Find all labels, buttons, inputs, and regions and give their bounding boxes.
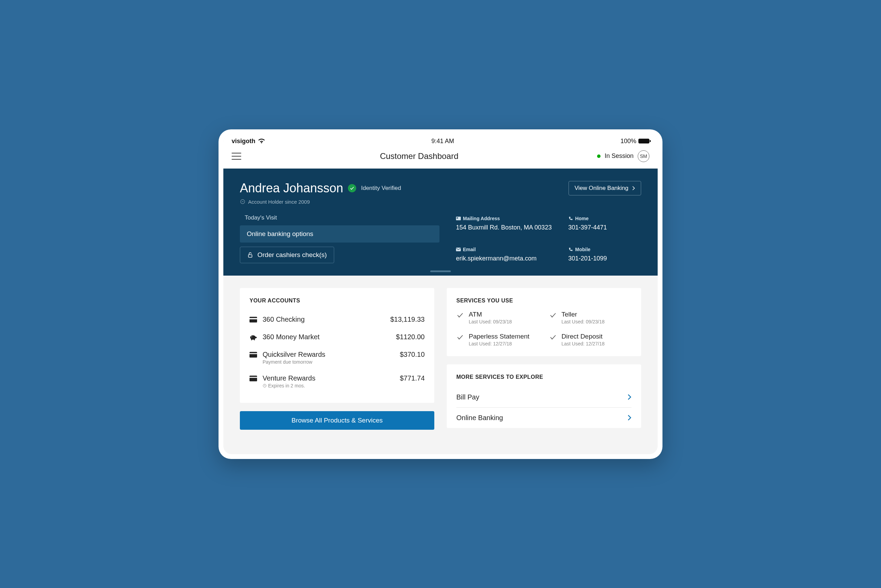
customer-hero: Andrea Johansson Identity Verified Accou… [224,169,657,276]
account-name: Quicksilver Rewards [263,351,395,358]
page-title: Customer Dashboard [380,152,458,161]
avatar[interactable]: SM [638,150,649,162]
explore-name: Online Banking [456,414,503,422]
account-row[interactable]: Venture Rewards Expires in 2 mos. $771.7… [249,369,425,393]
service-name: Teller [561,310,605,318]
contact-home: Home 301-397-4471 [568,216,641,236]
battery-icon [638,139,649,144]
svg-point-9 [251,336,252,337]
account-balance: $771.74 [400,374,425,382]
check-icon [456,311,464,319]
chevron-right-icon [627,394,632,400]
svg-rect-8 [255,337,257,338]
service-sub: Last Used: 12/27/18 [469,341,529,346]
services-title: SERVICES YOU USE [456,298,632,304]
svg-rect-5 [249,316,257,322]
svg-rect-15 [249,377,257,378]
status-right: 100% [620,138,649,145]
services-card: SERVICES YOU USE ATM Last Used: 09/23/18… [447,288,641,356]
account-name: 360 Checking [263,315,385,323]
mailing-label: Mailing Address [463,216,500,221]
service-item: ATM Last Used: 09/23/18 [456,310,539,324]
battery-pct: 100% [620,138,636,145]
explore-title: MORE SERVICES TO EXPLORE [456,374,632,380]
left-column: YOUR ACCOUNTS 360 Checking $13,119.33 36… [240,288,434,442]
checking-icon [249,316,257,323]
menu-button[interactable] [232,153,241,160]
mobile-label: Mobile [575,247,590,252]
clock-icon [263,384,267,388]
contact-mailing: Mailing Address 154 Buxmill Rd. Boston, … [456,216,558,236]
contact-mobile: Mobile 301-201-1099 [568,247,641,267]
tenure-icon [240,199,245,204]
service-name: Direct Deposit [561,333,605,340]
service-item: Paperless Statement Last Used: 12/27/18 [456,333,539,346]
todays-visit: Today's Visit Online banking options Ord… [240,214,440,267]
svg-rect-6 [249,318,257,319]
accounts-card: YOUR ACCOUNTS 360 Checking $13,119.33 36… [240,288,434,403]
nav-bar: Customer Dashboard In Session SM [224,147,657,169]
tablet-frame: visigoth 9:41 AM 100% Customer Dashboard… [219,129,662,459]
account-balance: $13,119.33 [390,315,425,323]
email-label: Email [463,247,476,252]
account-sub: Expires in 2 mos. [263,383,395,388]
card-icon [456,216,461,220]
wifi-icon [258,139,265,144]
contact-email: Email erik.spiekermann@meta.com [456,247,558,267]
account-name: Venture Rewards [263,374,395,382]
verified-label: Identity Verified [361,185,401,192]
browse-products-button[interactable]: Browse All Products & Services [240,411,434,430]
savings-icon [249,334,257,340]
account-row[interactable]: 360 Money Market $1120.00 [249,328,425,346]
check-icon [549,311,557,319]
status-left: visigoth [232,138,265,145]
customer-name: Andrea Johansson [240,181,343,195]
visit-item-online-banking[interactable]: Online banking options [240,225,440,243]
svg-rect-13 [249,353,257,354]
main-content: YOUR ACCOUNTS 360 Checking $13,119.33 36… [224,276,657,454]
explore-item-bill-pay[interactable]: Bill Pay [456,387,632,408]
account-balance: $370.10 [400,351,425,358]
right-column: SERVICES YOU USE ATM Last Used: 09/23/18… [447,288,641,442]
tenure-label: Account Holder since 2009 [248,199,310,205]
verified-check-icon [348,184,356,192]
account-row[interactable]: Quicksilver Rewards Payment due tomorrow… [249,346,425,369]
svg-rect-3 [457,218,458,219]
account-sub-text: Expires in 2 mos. [268,383,305,388]
svg-rect-11 [254,339,255,340]
account-sub: Payment due tomorrow [263,359,395,365]
account-balance: $1120.00 [396,333,425,341]
explore-item-online-banking[interactable]: Online Banking [456,408,632,428]
carrier-label: visigoth [232,138,255,145]
contact-grid: Mailing Address 154 Buxmill Rd. Boston, … [456,214,641,267]
account-name: 360 Money Market [263,333,390,341]
visit-item-label: Order cashiers check(s) [257,251,327,259]
credit-card-icon [249,352,257,358]
visit-title: Today's Visit [245,214,440,221]
service-sub: Last Used: 12/27/18 [561,341,605,346]
visit-item-cashiers-check[interactable]: Order cashiers check(s) [240,247,334,263]
lock-icon [247,252,253,258]
view-online-banking-button[interactable]: View Online Banking [569,181,641,195]
status-bar: visigoth 9:41 AM 100% [224,134,657,147]
chevron-right-icon [627,414,632,421]
mobile-value: 301-201-1099 [568,255,641,262]
session-status-dot [597,154,600,158]
screen: visigoth 9:41 AM 100% Customer Dashboard… [224,134,657,454]
phone-icon [568,248,573,252]
mailing-value: 154 Buxmill Rd. Boston, MA 00323 [456,224,558,231]
service-item: Direct Deposit Last Used: 12/27/18 [549,333,632,346]
account-row[interactable]: 360 Checking $13,119.33 [249,310,425,328]
check-icon [549,333,557,341]
drag-handle[interactable] [430,270,451,272]
check-icon [456,333,464,341]
service-name: ATM [469,310,512,318]
svg-rect-1 [248,255,252,257]
credit-card-icon [249,375,257,382]
svg-point-7 [250,335,256,340]
service-sub: Last Used: 09/23/18 [561,319,605,324]
phone-icon [568,216,573,220]
explore-name: Bill Pay [456,393,479,401]
svg-rect-10 [251,339,252,340]
mail-icon [456,248,461,252]
